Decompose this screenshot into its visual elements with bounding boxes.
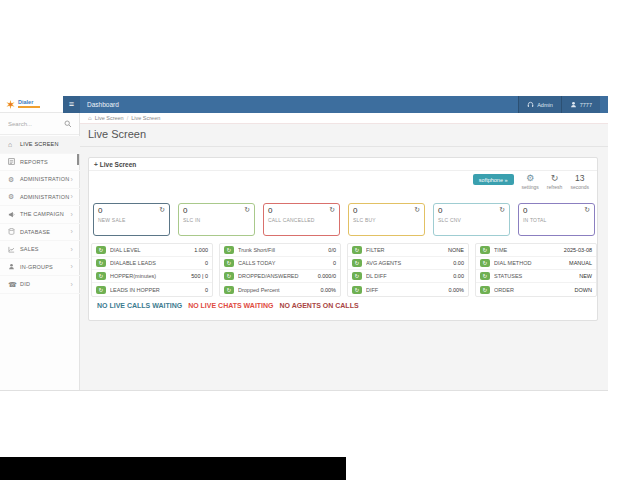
search-input[interactable] [8,117,60,131]
stat-row: ↻ DIFF 0.00% [348,283,468,296]
page-title: Live Screen [88,128,146,140]
user-menu-item[interactable]: 7777 [561,96,600,113]
collapse-icon[interactable]: + [94,161,98,168]
sidebar-item-administration-1[interactable]: ⚙ ADMINISTRATION › [0,171,80,189]
top-header: Dialer ≡ Dashboard Admin [0,96,608,113]
seconds-label: seconds [570,184,589,190]
refresh-badge-icon[interactable]: ↻ [224,272,234,280]
refresh-badge-icon[interactable]: ↻ [96,246,106,254]
refresh-badge-icon[interactable]: ↻ [480,246,490,254]
stat-label: DIFF [366,287,448,293]
stat-value: 0 [205,287,208,293]
stat-value: 0.00 [453,273,464,279]
stat-row: ↻ HOPPER(minutes) 500 | 0 [92,270,212,283]
user-icon [570,101,577,108]
refresh-icon[interactable]: ↻ [244,206,250,214]
stat-box-label: NEW SALE [98,217,165,223]
refresh-badge-icon[interactable]: ↻ [224,286,234,294]
sidebar-item-reports[interactable]: REPORTS [0,154,80,172]
refresh-badge-icon[interactable]: ↻ [480,286,490,294]
stat-row: ↻ Trunk Short/Fill 0/0 [220,244,340,257]
stat-row: ↻ DIALABLE LEADS 0 [92,257,212,270]
stat-box-slc-cnv: 0 ↻ SLC CNV [433,203,510,236]
breadcrumb-current: Live Screen [131,115,160,121]
sidebar-item-label: ADMINISTRATION [20,176,69,182]
stat-box-label: IN TOTAL [523,217,590,223]
stat-row: ↻ Dropped Percent 0.00% [220,283,340,296]
stat-box-value: 0 [523,207,590,215]
refresh-badge-icon[interactable]: ↻ [224,246,234,254]
stat-row: ↻ DL DIFF 0.00 [348,270,468,283]
stat-row: ↻ DIAL LEVEL 1.000 [92,244,212,257]
sidebar-item-label: SALES [20,246,39,252]
live-status-line: NO LIVE CALLS WAITING NO LIVE CHATS WAIT… [97,302,363,309]
gear-icon: ⚙ [522,174,539,183]
admin-label: Admin [537,102,553,108]
sidebar-item-sales[interactable]: SALES › [0,241,80,259]
sidebar-item-in-groups[interactable]: IN-GROUPS › [0,259,80,277]
chevron-right-icon: › [70,281,73,288]
admin-menu-item[interactable]: Admin [518,96,561,113]
stat-value: 0/0 [328,247,336,253]
stat-value: DOWN [575,287,592,293]
sidebar-item-administration-2[interactable]: ⚙ ADMINISTRATION › [0,189,80,207]
sidebar-item-label: ADMINISTRATION [20,194,69,200]
refresh-badge-icon[interactable]: ↻ [96,272,106,280]
sidebar-item-label: DATABASE [20,229,50,235]
stat-value: NONE [448,247,464,253]
stat-label: CALLS TODAY [238,260,333,266]
menu-icon[interactable]: ≡ [63,96,80,113]
stat-value: 0.00% [320,287,336,293]
sidebar-item-label: IN-GROUPS [20,264,53,270]
refresh-badge-icon[interactable]: ↻ [352,259,362,267]
app-screen: Dialer ≡ Dashboard Admin [0,0,640,480]
sidebar-menu: ⌂ LIVE SCREEN REPORTS ⚙ ADMINISTRATION ›… [0,136,80,294]
chart-icon [8,246,17,253]
stat-box-slc-in: 0 ↻ SLC IN [178,203,255,236]
softphone-button[interactable]: softphone » [473,174,514,185]
refresh-icon[interactable]: ↻ [414,206,420,214]
refresh-badge-icon[interactable]: ↻ [96,286,106,294]
refresh-icon[interactable]: ↻ [584,206,590,214]
refresh-badge-icon[interactable]: ↻ [224,259,234,267]
refresh-label: refresh [547,184,563,190]
sidebar-item-live-screen[interactable]: ⌂ LIVE SCREEN [0,136,80,154]
sidebar-item-label: REPORTS [20,159,48,165]
stat-box-call-cancelled: 0 ↻ CALL CANCELLED [263,203,340,236]
refresh-icon[interactable]: ↻ [159,206,165,214]
search-icon[interactable] [64,120,72,128]
refresh-badge-icon[interactable]: ↻ [480,272,490,280]
refresh-control[interactable]: ↻ refresh [547,174,563,190]
stat-label: HOPPER(minutes) [110,273,191,279]
refresh-badge-icon[interactable]: ↻ [352,246,362,254]
refresh-badge-icon[interactable]: ↻ [96,259,106,267]
refresh-badge-icon[interactable]: ↻ [480,259,490,267]
breadcrumb-home[interactable]: Live Screen [95,115,124,121]
letterbox-bar [0,457,346,480]
stat-label: STATUSES [494,273,579,279]
logo-text: Dialer [18,100,40,105]
sidebar-item-database[interactable]: DATABASE › [0,224,80,242]
status-no-calls-waiting: NO LIVE CALLS WAITING [97,302,182,309]
refresh-icon[interactable]: ↻ [499,206,505,214]
person-icon [8,263,17,270]
content-bottom-edge [0,390,608,391]
refresh-icon[interactable]: ↻ [329,206,335,214]
stats-column-dialing: ↻ DIAL LEVEL 1.000 ↻ DIALABLE LEADS 0 ↻ … [91,243,213,297]
chevron-right-icon: › [70,176,73,183]
stat-value: 0 [205,260,208,266]
refresh-badge-icon[interactable]: ↻ [352,272,362,280]
stats-column-settings: ↻ TIME 2025-03-08 ↻ DIAL METHOD MANUAL ↻… [475,243,597,297]
refresh-badge-icon[interactable]: ↻ [352,286,362,294]
stat-boxes-row: 0 ↻ NEW SALE 0 ↻ SLC IN 0 ↻ CALL CANCELL… [93,203,595,236]
settings-control[interactable]: ⚙ settings [522,174,539,190]
stats-column-calls: ↻ Trunk Short/Fill 0/0 ↻ CALLS TODAY 0 ↻… [219,243,341,297]
stat-row: ↻ DIAL METHOD MANUAL [476,257,596,270]
sidebar-item-the-campaign[interactable]: THE CAMPAIGN › [0,206,80,224]
stat-box-label: SLC CNV [438,217,505,223]
navbar-title: Dashboard [87,96,119,113]
status-no-agents-on-calls: NO AGENTS ON CALLS [280,302,359,309]
sidebar: ⌂ LIVE SCREEN REPORTS ⚙ ADMINISTRATION ›… [0,113,80,390]
sidebar-item-did[interactable]: ☎ DID › [0,276,80,294]
stat-value: 500 | 0 [191,273,208,279]
